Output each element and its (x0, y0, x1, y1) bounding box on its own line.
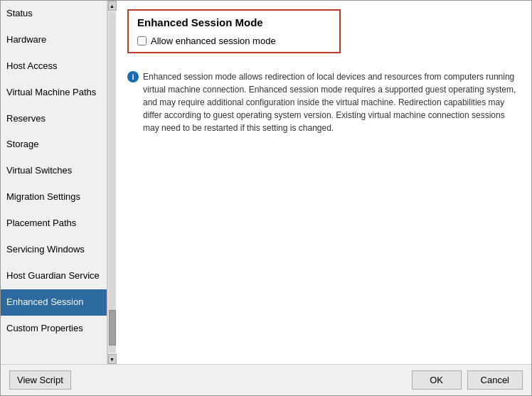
sidebar-item-enhanced-session[interactable]: Enhanced Session (1, 289, 107, 316)
dialog: StatusHardwareHost AccessVirtual Machine… (0, 0, 532, 396)
ok-button[interactable]: OK (412, 370, 462, 390)
sidebar-item-host-access[interactable]: Host Access (1, 53, 107, 80)
section-title: Enhanced Session Mode (137, 16, 331, 28)
dialog-footer: View Script OK Cancel (1, 364, 531, 395)
sidebar-item-storage[interactable]: Storage (1, 132, 107, 158)
sidebar-wrapper: StatusHardwareHost AccessVirtual Machine… (1, 1, 116, 364)
cancel-button[interactable]: Cancel (467, 370, 523, 390)
content-inner: Enhanced Session Mode Allow enhanced ses… (116, 1, 531, 364)
footer-right: OK Cancel (412, 370, 523, 390)
allow-enhanced-label[interactable]: Allow enhanced session mode (151, 36, 276, 46)
info-text: Enhanced session mode allows redirection… (143, 70, 520, 134)
footer-left: View Script (9, 370, 71, 390)
info-icon: i (127, 71, 139, 82)
allow-enhanced-checkbox[interactable] (137, 36, 147, 46)
section-title-box: Enhanced Session Mode Allow enhanced ses… (127, 9, 341, 53)
dialog-body: StatusHardwareHost AccessVirtual Machine… (1, 1, 531, 364)
sidebar-item-host-guardian-service[interactable]: Host Guardian Service (1, 263, 107, 289)
scroll-track (109, 12, 116, 353)
sidebar-item-hardware[interactable]: Hardware (1, 27, 107, 53)
sidebar-item-status[interactable]: Status (1, 1, 107, 27)
info-section: i Enhanced session mode allows redirecti… (127, 70, 520, 134)
sidebar-scrollbar: ▲ ▼ (107, 1, 116, 364)
content-panel: Enhanced Session Mode Allow enhanced ses… (116, 1, 531, 364)
view-script-button[interactable]: View Script (9, 370, 71, 390)
sidebar-item-reserves[interactable]: Reserves (1, 106, 107, 132)
sidebar-item-placement-paths[interactable]: Placement Paths (1, 210, 107, 237)
sidebar-item-servicing-windows[interactable]: Servicing Windows (1, 237, 107, 263)
sidebar-item-virtual-machine-paths[interactable]: Virtual Machine Paths (1, 80, 107, 106)
allow-enhanced-row: Allow enhanced session mode (137, 36, 331, 46)
sidebar-item-custom-properties[interactable]: Custom Properties (1, 316, 107, 342)
sidebar-item-migration-settings[interactable]: Migration Settings (1, 184, 107, 210)
scroll-down-button[interactable]: ▼ (108, 354, 117, 364)
sidebar: StatusHardwareHost AccessVirtual Machine… (1, 1, 107, 364)
scroll-thumb[interactable] (109, 310, 116, 346)
scroll-up-button[interactable]: ▲ (108, 1, 117, 11)
sidebar-item-virtual-switches[interactable]: Virtual Switches (1, 158, 107, 184)
